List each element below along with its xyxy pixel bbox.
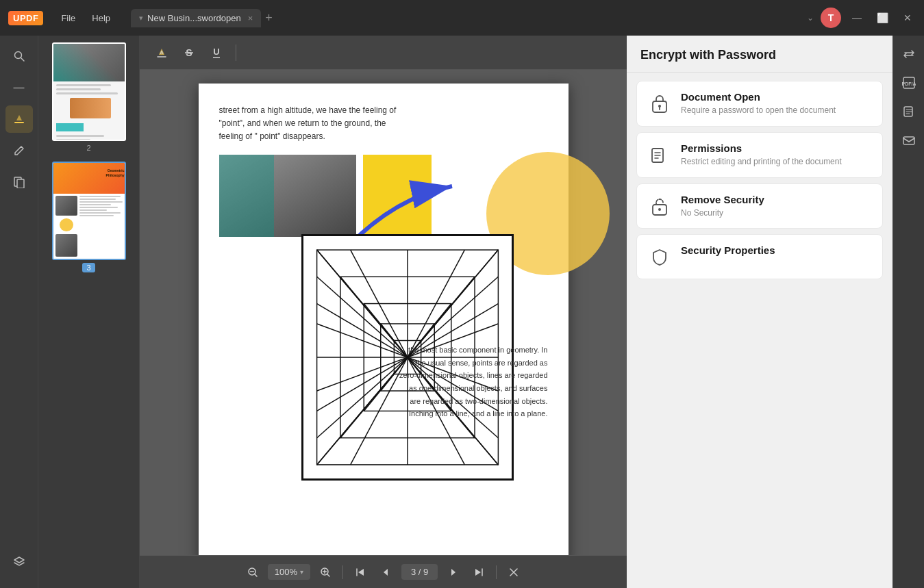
next-page-button[interactable] [442,561,464,583]
main-layout: — [0,36,924,588]
last-page-button[interactable] [468,561,490,583]
zoom-in-button[interactable] [314,561,336,583]
bottom-divider-1 [342,565,343,579]
content-area: A S U street from a high altitu [140,36,627,588]
svg-rect-69 [903,137,914,144]
remove-security-content: Remove Security No Security [681,194,871,219]
thumb3-header: GeometricPhilosophy [53,163,126,194]
title-bar: UPDF File Help ▾ New Busin...swordopen ×… [0,0,924,36]
right-edge-panel: PDF/A [892,36,924,588]
document-open-content: Document Open Require a password to open… [681,91,871,116]
thumbnail-page-2[interactable]: 2 [52,42,126,152]
document-open-subtitle: Require a password to open the document [681,105,871,116]
tab-close-icon[interactable]: × [248,13,253,23]
thumb2-pencil-image [70,98,111,118]
svg-text:A: A [160,50,163,55]
zoom-out-button[interactable] [242,561,264,583]
page-indicator: 3 / 9 [401,564,438,580]
pdf-canvas[interactable]: street from a high altitude, we have the… [140,70,627,555]
thumb-inner-2 [53,44,126,140]
zoom-level-display[interactable]: 100% ▾ [268,564,310,580]
permissions-item[interactable]: Permissions Restrict editing and printin… [636,132,883,178]
edit-edge-icon[interactable] [897,100,921,123]
minimize-button[interactable]: — [848,10,866,26]
pdf-edge-icon[interactable]: PDF/A [897,71,921,94]
thumb2-content [53,81,126,140]
right-panel: Encrypt with Password Document Open Requ… [627,36,892,588]
page-image-top-left [219,155,356,237]
title-bar-right: ⌄ T — ⬜ ✕ [807,8,916,28]
sidebar-highlight[interactable] [5,105,33,133]
file-menu[interactable]: File [54,10,82,26]
tab-chevron-icon: ▾ [139,14,143,23]
right-panel-items: Document Open Require a password to open… [627,73,892,588]
chevron-down-icon[interactable]: ⌄ [807,13,814,23]
thumb-frame-2 [52,42,126,141]
sidebar-pages[interactable] [5,168,33,196]
thumb-inner-3: GeometricPhilosophy [53,163,126,259]
thumb3-title-text: GeometricPhilosophy [106,168,125,177]
zoom-chevron-icon: ▾ [300,568,303,576]
remove-security-title: Remove Security [681,194,871,205]
thumbnails-panel: 2 GeometricPhilosophy [38,36,140,588]
svg-line-1 [21,58,24,62]
permissions-content: Permissions Restrict editing and printin… [681,142,871,168]
thumb3-yellow-circle [60,218,73,231]
document-open-title: Document Open [681,91,871,103]
permissions-title: Permissions [681,142,871,154]
thumb-frame-3: GeometricPhilosophy [52,162,126,260]
security-properties-title: Security Properties [681,244,871,256]
tab-add-button[interactable]: + [265,11,273,25]
svg-rect-3 [17,179,24,188]
pdf-page: street from a high altitude, we have the… [199,84,569,555]
svg-line-52 [327,574,329,576]
first-page-button[interactable] [349,561,371,583]
mail-edge-icon[interactable] [897,129,921,152]
zoom-value: 100% [275,567,297,577]
security-properties-item[interactable]: Security Properties [636,234,883,279]
thumb3-col-left [55,196,77,257]
toolbar: A S U [140,36,627,70]
thumb-number-2: 2 [86,144,90,152]
thumb2-image-top [53,44,126,81]
thumb3-col-right [79,196,125,257]
remove-security-item[interactable]: Remove Security No Security [636,183,883,229]
right-panel-header: Encrypt with Password [627,36,892,73]
remove-security-icon [648,195,671,218]
close-button[interactable]: ✕ [899,10,916,26]
svg-rect-10 [219,155,274,237]
prev-page-button[interactable] [375,561,397,583]
sidebar-minus[interactable]: — [5,74,33,101]
avatar[interactable]: T [821,8,841,28]
strikethrough-toolbar-icon[interactable]: S [178,42,200,64]
permissions-subtitle: Restrict editing and printing of the doc… [681,156,871,168]
page-text-content: street from a high altitude, we have the… [219,104,397,144]
permissions-icon [648,144,671,167]
thumb2-color-strip [56,123,84,131]
maximize-button[interactable]: ⬜ [873,10,892,26]
thumb3-geo-img [55,234,77,257]
sidebar-layers[interactable] [5,548,33,576]
security-properties-icon [648,246,671,269]
thumb3-img-small [55,196,77,216]
right-panel-title: Encrypt with Password [640,48,879,62]
close-toolbar-button[interactable] [503,561,525,583]
thumb-number-3: 3 [82,263,95,272]
sidebar-edit[interactable] [5,137,33,164]
document-open-icon [648,92,671,116]
text-highlight-toolbar-icon[interactable]: A [151,42,173,64]
bottom-divider-2 [496,565,497,579]
remove-security-subtitle: No Security [681,207,871,219]
page-image-yellow [363,155,432,237]
help-menu[interactable]: Help [85,10,117,26]
thumbnail-page-3[interactable]: GeometricPhilosophy [52,162,126,272]
convert-edge-icon[interactable] [897,42,921,66]
document-open-item[interactable]: Document Open Require a password to open… [636,81,883,127]
underline-toolbar-icon[interactable]: U [205,42,227,64]
toolbar-divider [236,44,236,61]
title-bar-nav: File Help [54,10,117,26]
sidebar-search[interactable] [5,42,33,70]
bottom-toolbar: 100% ▾ [140,555,627,588]
tab-bar: ▾ New Busin...swordopen × + [131,9,801,27]
active-tab[interactable]: ▾ New Busin...swordopen × [131,9,261,27]
